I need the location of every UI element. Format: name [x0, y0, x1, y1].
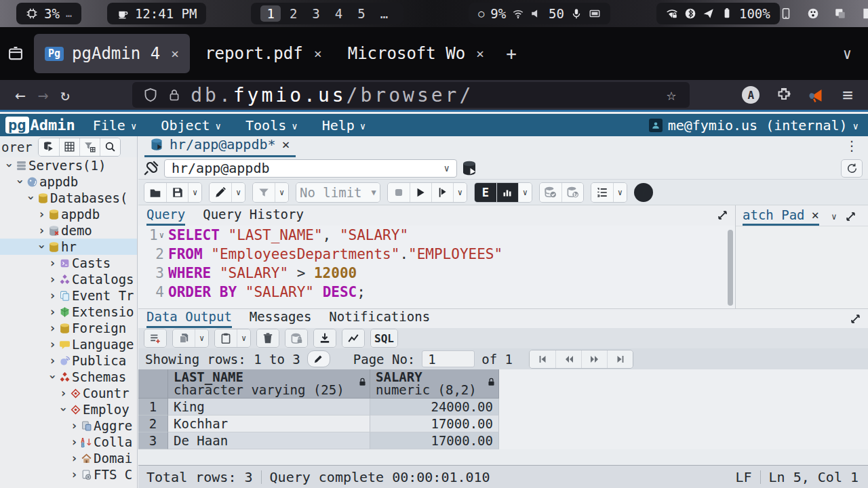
kebab-menu-icon[interactable]: ⋮: [845, 138, 859, 154]
expand-output-icon[interactable]: [850, 313, 861, 325]
explain-analyze-icon[interactable]: [496, 183, 518, 202]
next-page-icon[interactable]: [581, 350, 607, 368]
menu-object[interactable]: Object∨: [161, 117, 221, 134]
close-icon[interactable]: ×: [812, 207, 819, 222]
tree-item-event-tr[interactable]: ›Event Tr: [0, 287, 137, 304]
forward-icon[interactable]: →: [38, 85, 49, 105]
back-icon[interactable]: ←: [15, 85, 26, 105]
cell-salary[interactable]: 17000.00: [370, 415, 499, 432]
close-icon[interactable]: ×: [314, 45, 322, 62]
chevron-right-icon[interactable]: ›: [47, 322, 58, 334]
previous-page-icon[interactable]: [555, 350, 581, 368]
edit-icon[interactable]: [210, 183, 231, 202]
tree-item-casts[interactable]: ›Casts: [0, 255, 137, 271]
delete-row-icon[interactable]: [257, 329, 279, 347]
workspace-switcher[interactable]: 12345…: [251, 3, 403, 24]
copy-options-chevron-icon[interactable]: ∨: [195, 329, 208, 347]
tree-item-servers-1[interactable]: ›Servers(1): [0, 157, 137, 174]
file-icon[interactable]: [861, 7, 868, 20]
workspace-2[interactable]: 2: [283, 5, 303, 22]
editor-tab-query-history[interactable]: Query History: [203, 207, 304, 226]
system-indicators[interactable]: ○ 9% 50: [469, 3, 610, 24]
chevron-down-icon[interactable]: ›: [14, 177, 26, 187]
tree-item-language[interactable]: ›Language: [0, 336, 137, 352]
output-tab-notifications[interactable]: Notifications: [329, 309, 430, 328]
macros-chevron-icon[interactable]: ∨: [613, 183, 627, 202]
chevron-right-icon[interactable]: ›: [47, 289, 58, 302]
chevron-down-icon[interactable]: ›: [36, 242, 48, 252]
tree-item-fts-c[interactable]: ›FTS C: [0, 466, 137, 483]
filtered-rows-icon[interactable]: [79, 138, 100, 156]
reload-icon[interactable]: ↻: [60, 86, 70, 104]
cell-last-name[interactable]: De Haan: [168, 432, 370, 449]
scratch-pad-body[interactable]: [736, 226, 868, 308]
editor-tab-query[interactable]: Query: [146, 207, 185, 226]
chevron-right-icon[interactable]: ›: [47, 338, 58, 350]
chevron-down-icon[interactable]: ›: [47, 372, 59, 382]
stop-icon[interactable]: [388, 183, 410, 202]
tray-indicators[interactable]: 100%: [656, 3, 780, 24]
macros-icon[interactable]: [591, 183, 613, 202]
megaphone-extension-icon[interactable]: [808, 86, 826, 104]
open-file-icon[interactable]: [144, 183, 166, 202]
chevron-right-icon[interactable]: ›: [47, 257, 58, 269]
save-data-icon[interactable]: [285, 329, 307, 347]
tree-item-databases[interactable]: ›Databases(: [0, 190, 137, 206]
hamburger-menu-icon[interactable]: ≡: [842, 85, 853, 105]
tree-item-colla[interactable]: ›ABColla: [0, 434, 137, 450]
chevron-right-icon[interactable]: ›: [69, 452, 79, 464]
cell-salary[interactable]: 17000.00: [370, 432, 499, 449]
url-bar[interactable]: db.fymio.us/browser/ ☆: [132, 82, 690, 108]
commit-icon[interactable]: [540, 183, 561, 202]
account-icon[interactable]: A: [742, 86, 760, 104]
table-row[interactable]: 3De Haan17000.00: [138, 432, 868, 449]
execute-icon[interactable]: [410, 183, 431, 202]
row-number[interactable]: 2: [138, 415, 168, 432]
row-limit-select[interactable]: No limit▼: [296, 183, 380, 202]
cell-last-name[interactable]: King: [168, 399, 370, 415]
workspace-…[interactable]: …: [374, 5, 394, 22]
reconnect-button[interactable]: [841, 159, 863, 178]
browser-tab-microsoft-wo[interactable]: Microsoft Wo×: [337, 34, 495, 73]
chevron-right-icon[interactable]: ›: [69, 436, 79, 448]
search-objects-icon[interactable]: [100, 138, 120, 156]
chevron-down-icon[interactable]: ›: [25, 193, 37, 203]
menu-tools[interactable]: Tools∨: [245, 117, 298, 134]
chart-icon[interactable]: [342, 329, 364, 347]
user-menu[interactable]: me@fymio.us (internal) ∨: [649, 117, 859, 134]
close-icon[interactable]: ×: [476, 45, 484, 62]
tree-item-appdb[interactable]: ›appdb: [0, 174, 137, 190]
save-options-chevron-icon[interactable]: ∨: [188, 183, 201, 202]
output-tab-data-output[interactable]: Data Output: [146, 309, 232, 328]
connection-select[interactable]: hr/app@appdb ∨: [164, 159, 457, 178]
chevron-down-icon[interactable]: ›: [3, 161, 16, 171]
last-page-icon[interactable]: [607, 350, 633, 368]
cpu-indicator[interactable]: 3% …: [16, 3, 81, 24]
palette-icon[interactable]: [807, 7, 819, 20]
close-icon[interactable]: ×: [171, 45, 179, 62]
lock-icon[interactable]: [167, 88, 181, 102]
sql-button[interactable]: SQL: [371, 329, 397, 347]
clock-indicator[interactable]: 12:41 PM: [107, 3, 207, 24]
expand-scratch-icon[interactable]: [845, 211, 856, 222]
tree-item-extensio[interactable]: ›Extensio: [0, 304, 137, 320]
chevron-right-icon[interactable]: ›: [69, 468, 79, 481]
close-icon[interactable]: ×: [282, 136, 290, 152]
column-header-salary[interactable]: SALARYnumeric (8,2): [370, 369, 499, 399]
menu-file[interactable]: File∨: [93, 117, 137, 134]
tree-item-catalogs[interactable]: ›Catalogs: [0, 271, 137, 287]
filter-icon[interactable]: [253, 183, 275, 202]
filter-options-chevron-icon[interactable]: ∨: [275, 183, 288, 202]
list-all-tabs-chevron-icon[interactable]: ∨: [843, 45, 852, 62]
table-row[interactable]: 1King24000.00: [138, 399, 868, 415]
query-tool-icon[interactable]: [39, 138, 59, 156]
chevron-right-icon[interactable]: ›: [47, 306, 58, 318]
row-number[interactable]: 3: [138, 432, 168, 449]
chevron-right-icon[interactable]: ›: [37, 208, 47, 220]
chevron-right-icon[interactable]: ›: [58, 387, 68, 399]
tree-item-countr[interactable]: ›Countr: [0, 385, 137, 401]
bookmark-star-icon[interactable]: ☆: [667, 85, 679, 104]
first-page-icon[interactable]: [530, 350, 555, 368]
execute-chevron-icon[interactable]: ∨: [453, 183, 467, 202]
view-data-icon[interactable]: [59, 138, 79, 156]
